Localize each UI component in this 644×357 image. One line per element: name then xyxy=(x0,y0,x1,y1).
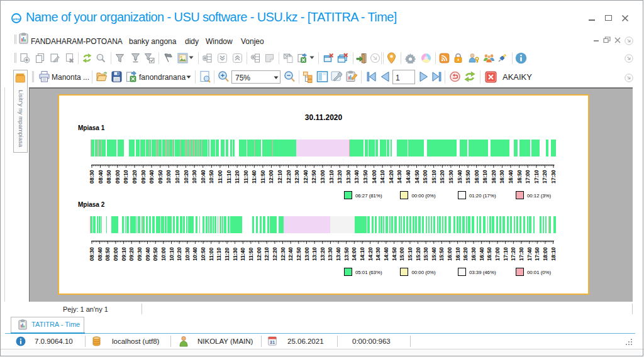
svg-text:11:00: 11:00 xyxy=(208,247,214,261)
svg-text:14:20: 14:20 xyxy=(367,247,374,261)
svg-text:16:30: 16:30 xyxy=(470,247,477,261)
svg-text:15:30: 15:30 xyxy=(448,170,454,184)
svg-text:10:10: 10:10 xyxy=(174,170,180,184)
svg-text:15:00: 15:00 xyxy=(399,247,405,261)
svg-text:08:40: 08:40 xyxy=(97,170,104,184)
svg-text:00:00 (0%): 00:00 (0%) xyxy=(412,193,436,199)
svg-text:11:10: 11:10 xyxy=(226,170,232,184)
svg-text:14:00: 14:00 xyxy=(351,247,357,261)
svg-text:13:40: 13:40 xyxy=(353,170,360,184)
svg-text:11:10: 11:10 xyxy=(216,247,222,261)
svg-text:09:10: 09:10 xyxy=(123,170,129,184)
svg-text:17:50: 17:50 xyxy=(534,247,540,261)
svg-text:12:10: 12:10 xyxy=(264,247,270,261)
svg-text:14:10: 14:10 xyxy=(379,170,386,184)
svg-text:12:20: 12:20 xyxy=(286,170,292,184)
svg-text:16:20: 16:20 xyxy=(491,170,497,184)
svg-text:13:10: 13:10 xyxy=(328,170,335,184)
svg-text:15:20: 15:20 xyxy=(415,247,421,261)
svg-text:10:00: 10:00 xyxy=(160,247,167,261)
svg-text:12:00: 12:00 xyxy=(268,170,274,184)
svg-text:13:50: 13:50 xyxy=(362,170,369,184)
svg-text:09:30: 09:30 xyxy=(140,170,147,184)
svg-text:09:50: 09:50 xyxy=(157,170,164,184)
svg-text:13:10: 13:10 xyxy=(311,247,318,261)
svg-text:17:10: 17:10 xyxy=(502,247,509,261)
svg-text:16:40: 16:40 xyxy=(508,170,514,184)
svg-text:09:20: 09:20 xyxy=(131,170,138,184)
svg-text:10:40: 10:40 xyxy=(200,170,206,184)
svg-text:17:30: 17:30 xyxy=(550,170,557,184)
svg-text:09:50: 09:50 xyxy=(152,247,158,261)
svg-text:00:01 (0%): 00:01 (0%) xyxy=(527,270,552,275)
svg-text:17:20: 17:20 xyxy=(541,170,548,184)
svg-text:08:30: 08:30 xyxy=(89,247,95,261)
svg-text:10:30: 10:30 xyxy=(191,170,197,184)
svg-text:11:20: 11:20 xyxy=(234,170,240,184)
svg-text:12:40: 12:40 xyxy=(303,170,309,184)
svg-text:11:40: 11:40 xyxy=(251,170,257,184)
svg-text:00:12 (3%): 00:12 (3%) xyxy=(527,193,552,199)
svg-text:10:40: 10:40 xyxy=(192,247,198,261)
svg-text:31: 31 xyxy=(270,339,275,345)
svg-text:09:40: 09:40 xyxy=(145,247,151,261)
svg-text:11:20: 11:20 xyxy=(224,247,230,261)
svg-text:13:40: 13:40 xyxy=(335,247,341,261)
svg-text:17:30: 17:30 xyxy=(518,247,525,261)
svg-text:15:50: 15:50 xyxy=(465,170,471,184)
svg-text:15:40: 15:40 xyxy=(457,170,463,184)
svg-text:03:39 (46%): 03:39 (46%) xyxy=(469,270,496,275)
svg-text:08:50: 08:50 xyxy=(106,170,112,184)
svg-text:06:27 (81%): 06:27 (81%) xyxy=(355,193,382,199)
svg-text:10:50: 10:50 xyxy=(208,170,214,184)
svg-text:09:00: 09:00 xyxy=(114,170,121,184)
svg-text:15:50: 15:50 xyxy=(438,247,445,261)
svg-text:16:50: 16:50 xyxy=(486,247,492,261)
svg-text:usu: usu xyxy=(13,16,19,21)
svg-text:14:10: 14:10 xyxy=(359,247,365,261)
svg-text:08:40: 08:40 xyxy=(97,247,103,261)
svg-text:15:10: 15:10 xyxy=(407,247,413,261)
svg-text:08:30: 08:30 xyxy=(89,170,95,184)
svg-text:12:10: 12:10 xyxy=(277,170,283,184)
svg-text:10:10: 10:10 xyxy=(169,247,175,261)
svg-text:11:50: 11:50 xyxy=(260,170,266,184)
svg-text:09:00: 09:00 xyxy=(113,247,119,261)
svg-text:16:00: 16:00 xyxy=(474,170,480,184)
svg-text:11:00: 11:00 xyxy=(217,170,223,184)
svg-text:14:40: 14:40 xyxy=(383,247,389,261)
svg-text:12:30: 12:30 xyxy=(280,247,286,261)
svg-text:11:50: 11:50 xyxy=(248,247,254,261)
svg-text:10:00: 10:00 xyxy=(165,170,172,184)
svg-text:09:10: 09:10 xyxy=(121,247,127,261)
svg-text:18:10: 18:10 xyxy=(550,247,557,261)
svg-text:14:50: 14:50 xyxy=(391,247,397,261)
svg-text:16:10: 16:10 xyxy=(482,170,488,184)
svg-text:14:30: 14:30 xyxy=(375,247,381,261)
svg-text:16:50: 16:50 xyxy=(516,170,523,184)
svg-text:09:30: 09:30 xyxy=(136,247,143,261)
svg-text:09:20: 09:20 xyxy=(128,247,135,261)
svg-text:10:30: 10:30 xyxy=(184,247,191,261)
svg-text:05:01 (63%): 05:01 (63%) xyxy=(355,270,382,275)
svg-text:12:50: 12:50 xyxy=(311,170,317,184)
svg-text:13:30: 13:30 xyxy=(345,170,352,184)
svg-text:12:20: 12:20 xyxy=(272,247,278,261)
svg-text:13:00: 13:00 xyxy=(319,170,326,184)
svg-text:11:30: 11:30 xyxy=(232,247,238,261)
svg-text:15:40: 15:40 xyxy=(431,247,437,261)
svg-text:13:00: 13:00 xyxy=(304,247,310,261)
svg-text:16:30: 16:30 xyxy=(499,170,505,184)
svg-text:14:20: 14:20 xyxy=(388,170,394,184)
svg-text:16:00: 16:00 xyxy=(447,247,453,261)
svg-text:09:40: 09:40 xyxy=(148,170,155,184)
svg-text:13:20: 13:20 xyxy=(336,170,343,184)
svg-text:17:10: 17:10 xyxy=(533,170,540,184)
svg-text:08:50: 08:50 xyxy=(104,247,111,261)
svg-text:15:30: 15:30 xyxy=(423,247,429,261)
svg-text:15:10: 15:10 xyxy=(431,170,437,184)
svg-text:10:50: 10:50 xyxy=(200,247,206,261)
svg-text:14:40: 14:40 xyxy=(405,170,411,184)
svg-text:14:00: 14:00 xyxy=(371,170,377,184)
svg-text:17:20: 17:20 xyxy=(510,247,516,261)
